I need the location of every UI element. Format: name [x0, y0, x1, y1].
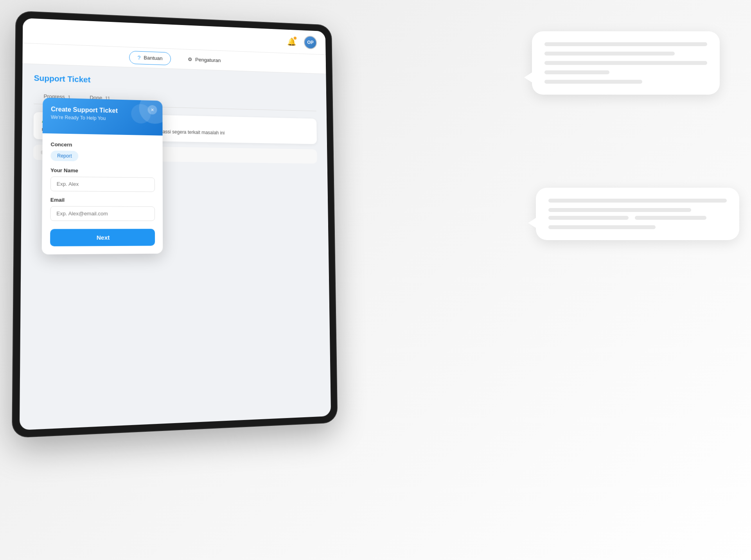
email-input[interactable] [50, 206, 155, 221]
chat-line [544, 80, 642, 84]
concern-label: Concern [51, 142, 155, 149]
notification-badge [293, 36, 297, 40]
tablet-device: 🔔 OP ? Bantuan ⚙ Pengaturan Support Tick… [13, 11, 337, 437]
chat-bubble-2 [536, 188, 739, 240]
avatar[interactable]: OP [304, 35, 317, 49]
create-ticket-modal: Create Support Ticket We're Ready To Hel… [42, 98, 163, 255]
settings-icon: ⚙ [188, 56, 192, 62]
notification-bell[interactable]: 🔔 [285, 34, 298, 48]
pengaturan-label: Pengaturan [195, 57, 221, 63]
chat-line [544, 42, 707, 46]
bantuan-button[interactable]: ? Bantuan [129, 50, 171, 65]
help-icon: ? [138, 54, 141, 61]
chat-line [548, 199, 727, 203]
chat-line [635, 216, 706, 220]
pengaturan-button[interactable]: ⚙ Pengaturan [180, 53, 228, 67]
modal-body: Concern Report Your Name Email Next [42, 133, 163, 255]
modal-header: Create Support Ticket We're Ready To Hel… [43, 98, 163, 136]
modal-close-button[interactable]: × [147, 105, 157, 115]
next-button[interactable]: Next [50, 229, 155, 246]
tablet-screen: 🔔 OP ? Bantuan ⚙ Pengaturan Support Tick… [20, 18, 331, 430]
your-name-label: Your Name [50, 167, 155, 174]
chat-bubble-1-tail [524, 72, 533, 83]
page-title: Support Ticket [34, 74, 316, 91]
concern-chip[interactable]: Report [50, 151, 78, 161]
chat-bubble-1 [532, 31, 720, 95]
avatar-label: OP [307, 39, 313, 45]
chat-line [544, 52, 675, 56]
chat-bubble-2-tail [528, 217, 537, 228]
chat-line [548, 216, 629, 220]
chat-line [544, 61, 707, 65]
bantuan-label: Bantuan [144, 55, 162, 61]
email-label: Email [50, 197, 155, 203]
chat-line [548, 208, 691, 212]
your-name-input[interactable] [50, 176, 155, 192]
chat-line [544, 70, 609, 74]
chat-line [548, 225, 656, 229]
